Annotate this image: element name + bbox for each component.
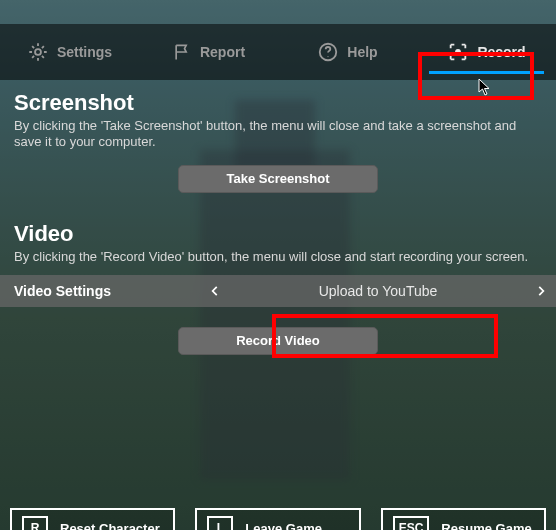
video-settings-row: Video Settings Upload to YouTube: [0, 275, 556, 307]
keycap: L: [207, 516, 233, 530]
video-section: Video By clicking the 'Record Video' but…: [0, 211, 556, 269]
section-heading: Video: [14, 221, 542, 247]
leave-game-button[interactable]: L Leave Game: [195, 508, 360, 530]
video-settings-label: Video Settings: [0, 283, 200, 299]
tab-label: Help: [347, 44, 377, 60]
svg-point-2: [328, 56, 329, 57]
active-tab-underline: [429, 71, 544, 74]
chevron-left-icon: [208, 281, 222, 301]
svg-point-3: [455, 49, 461, 55]
chevron-right-icon: [534, 281, 548, 301]
button-label: Record Video: [236, 333, 320, 348]
prev-option-button[interactable]: [200, 275, 230, 307]
button-label: Take Screenshot: [226, 171, 329, 186]
svg-point-0: [35, 49, 41, 55]
next-option-button[interactable]: [526, 275, 556, 307]
tab-record[interactable]: Record: [417, 24, 556, 80]
tab-help[interactable]: Help: [278, 24, 417, 80]
help-icon: [317, 41, 339, 63]
section-description: By clicking the 'Take Screenshot' button…: [14, 118, 542, 151]
button-label: Leave Game: [245, 521, 322, 531]
take-screenshot-button[interactable]: Take Screenshot: [178, 165, 378, 193]
flag-icon: [172, 42, 192, 62]
keycap: R: [22, 516, 48, 530]
tab-bar: Settings Report Help: [0, 24, 556, 80]
resume-game-button[interactable]: ESC Resume Game: [381, 508, 546, 530]
section-heading: Screenshot: [14, 90, 542, 116]
record-video-button[interactable]: Record Video: [178, 327, 378, 355]
reset-character-button[interactable]: R Reset Character: [10, 508, 175, 530]
tab-settings[interactable]: Settings: [0, 24, 139, 80]
screenshot-section: Screenshot By clicking the 'Take Screens…: [0, 80, 556, 197]
section-description: By clicking the 'Record Video' button, t…: [14, 249, 542, 265]
button-label: Resume Game: [441, 521, 531, 531]
tab-label: Record: [477, 44, 525, 60]
gear-icon: [27, 41, 49, 63]
bottom-bar: R Reset Character L Leave Game ESC Resum…: [0, 508, 556, 530]
tab-label: Report: [200, 44, 245, 60]
video-settings-value: Upload to YouTube: [230, 283, 526, 299]
tab-report[interactable]: Report: [139, 24, 278, 80]
button-label: Reset Character: [60, 521, 160, 531]
keycap: ESC: [393, 516, 430, 530]
tab-label: Settings: [57, 44, 112, 60]
record-icon: [447, 41, 469, 63]
